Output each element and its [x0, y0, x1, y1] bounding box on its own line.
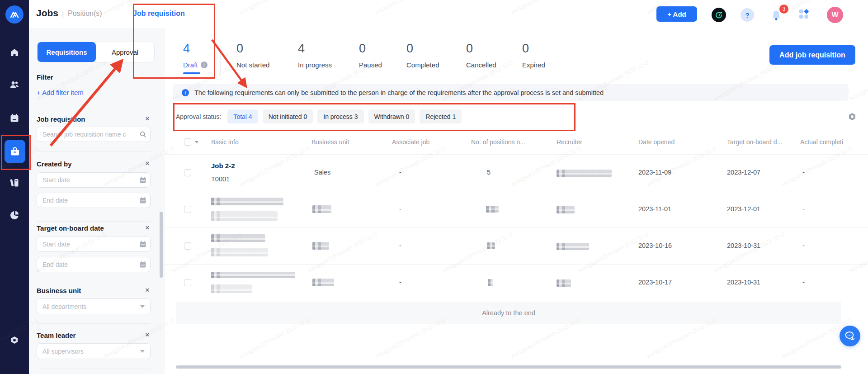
status-tab-expired[interactable]: 0Expired [522, 42, 545, 69]
chevron-down-icon [140, 350, 145, 353]
status-label: Not started [236, 61, 269, 69]
cell-target-onboard: 2023-10-31 [727, 279, 760, 286]
chip-not-initiated[interactable]: Not initiated 0 [263, 109, 313, 123]
sidebar-scrollbar[interactable] [160, 212, 163, 278]
created-start-date-input[interactable] [37, 172, 151, 188]
toggle-approval[interactable]: Approval [96, 42, 154, 62]
created-end-date-input[interactable] [37, 193, 151, 208]
status-tab-cancelled[interactable]: 0Cancelled [466, 42, 496, 69]
status-tab-not-started[interactable]: 0Not started [236, 42, 269, 69]
separator [37, 369, 151, 369]
redacted-positions [486, 206, 499, 213]
info-icon[interactable]: i [201, 62, 208, 68]
add-job-requisition-button[interactable]: Add job requisition [769, 45, 855, 65]
search-input[interactable] [37, 127, 151, 142]
brand-logo[interactable] [5, 5, 24, 24]
help-button[interactable]: ? [741, 8, 754, 22]
toggle-requisitions[interactable]: Requisitions [38, 42, 96, 62]
close-icon[interactable]: ✕ [144, 287, 151, 294]
redacted-job-code [211, 248, 268, 256]
col-business-unit[interactable]: Business unit [311, 138, 349, 146]
close-icon[interactable]: ✕ [144, 224, 151, 231]
row-checkbox[interactable] [184, 279, 191, 286]
close-icon[interactable]: ✕ [144, 331, 151, 338]
cell-actual-completion: - [802, 242, 805, 249]
select-dropdown-caret[interactable] [195, 141, 198, 143]
redacted-job-name [211, 234, 265, 242]
calendar-icon[interactable] [9, 113, 20, 123]
info-banner: i The following requirements can only be… [173, 84, 849, 101]
status-tab-paused[interactable]: 0Paused [359, 42, 382, 69]
col-date-opened[interactable]: Date opened [638, 138, 675, 146]
row-checkbox[interactable] [184, 242, 191, 250]
col-basic-info[interactable]: Basic info [211, 138, 239, 146]
row-checkbox[interactable] [184, 206, 191, 213]
section-target-onboard-title: Target on-board date [37, 224, 104, 232]
redacted-positions [487, 242, 495, 249]
notification-badge: 3 [778, 4, 789, 14]
cell-business-unit: Sales [314, 169, 330, 176]
chip-total[interactable]: Total 4 [227, 109, 258, 123]
table-row[interactable]: - 2023-11-01 2023-12-01 - [165, 191, 868, 227]
chat-widget-button[interactable] [840, 326, 860, 346]
add-filter-item-link[interactable]: + Add filter item [37, 89, 84, 96]
table-row[interactable]: - 2023-10-17 2023-10-31 - [165, 264, 868, 301]
status-tab-completed[interactable]: 0Completed [406, 42, 439, 69]
table-header: Basic info Business unit Associate job N… [165, 131, 868, 154]
col-positions[interactable]: No. of positions n... [471, 138, 525, 146]
home-icon[interactable] [9, 47, 20, 58]
section-job-requisition-title: Job requisition [37, 115, 85, 123]
cell-associate-job: - [399, 279, 401, 286]
status-label: Completed [406, 61, 439, 69]
avatar[interactable]: W [827, 7, 843, 23]
row-checkbox[interactable] [184, 169, 191, 176]
apps-grid-icon[interactable] [798, 9, 809, 19]
col-target-onboard[interactable]: Target on-board d... [727, 138, 782, 146]
team-leader-select[interactable]: All supervisors [37, 343, 151, 359]
approval-status-label: Approval status: [176, 113, 221, 120]
redacted-recruiter [557, 206, 575, 213]
status-count: 4 [298, 42, 332, 55]
cell-actual-completion: - [802, 205, 805, 213]
table-row[interactable]: Job 2-2 T0001 Sales - 5 2023-11-09 2023-… [165, 154, 868, 191]
candidates-icon[interactable] [9, 79, 20, 90]
separator [37, 283, 151, 283]
app-window: Jobs Position(s) Job requisition + Add ?… [0, 0, 868, 374]
business-unit-value: All departments [42, 303, 86, 310]
view-toggle: Requisitions Approval [37, 42, 155, 62]
status-count: 4 [183, 42, 208, 55]
col-associate-job[interactable]: Associate job [392, 138, 429, 146]
select-all-checkbox[interactable] [184, 138, 191, 146]
chip-in-process[interactable]: In process 3 [317, 109, 363, 123]
business-unit-select[interactable]: All departments [37, 298, 151, 314]
status-tab-draft[interactable]: 4 Drafti [183, 42, 208, 74]
close-icon[interactable]: ✕ [144, 160, 151, 167]
col-recruiter[interactable]: Recruiter [557, 138, 582, 146]
jobs-briefcase-icon[interactable] [9, 146, 20, 157]
status-tab-in-progress[interactable]: 4In progress [298, 42, 332, 69]
notifications-button[interactable]: 3 [769, 6, 788, 24]
separator [37, 151, 151, 152]
redacted-job-name [211, 272, 295, 278]
tab-job-requisition[interactable]: Job requisition [133, 9, 185, 18]
close-icon[interactable]: ✕ [144, 115, 151, 122]
settings-nut-icon[interactable] [9, 335, 20, 346]
section-business-unit-title: Business unit [37, 287, 81, 294]
tab-positions[interactable]: Position(s) [68, 9, 102, 18]
reports-pie-icon[interactable] [9, 209, 20, 220]
chip-withdrawn[interactable]: Withdrawn 0 [368, 109, 415, 123]
library-icon[interactable] [9, 177, 20, 188]
target-end-date-input[interactable] [37, 257, 151, 272]
job-name[interactable]: Job 2-2 [211, 162, 235, 170]
cell-positions: 5 [487, 169, 491, 176]
add-button[interactable]: + Add [656, 6, 697, 22]
ai-assistant-button[interactable] [712, 8, 726, 22]
col-actual-completion[interactable]: Actual completi [800, 138, 843, 146]
table-settings-gear-icon[interactable] [847, 111, 858, 122]
horizontal-scrollbar[interactable] [176, 365, 841, 369]
target-start-date-input[interactable] [37, 237, 151, 252]
question-mark-icon: ? [745, 11, 749, 19]
table-row[interactable]: - 2023-10-16 2023-10-31 - [165, 227, 868, 264]
page-title: Jobs [36, 8, 58, 19]
chip-rejected[interactable]: Rejected 1 [420, 109, 462, 123]
